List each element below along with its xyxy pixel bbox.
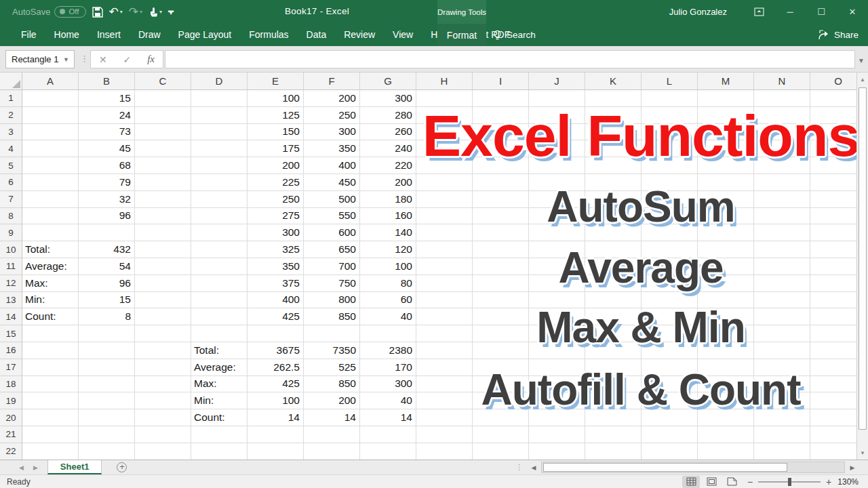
cell-J11[interactable] [529, 258, 585, 275]
cell-L3[interactable] [642, 124, 698, 141]
cell-H10[interactable] [416, 241, 473, 258]
cell-B12[interactable]: 96 [79, 275, 135, 292]
cell-J15[interactable] [529, 325, 585, 342]
row-header-8[interactable]: 8 [0, 208, 22, 225]
name-box-caret[interactable]: ▼ [63, 56, 74, 63]
redo-dropdown-caret[interactable]: ▾ [140, 9, 142, 15]
cell-B17[interactable] [79, 359, 135, 376]
cell-E7[interactable]: 250 [248, 191, 304, 208]
cell-F17[interactable]: 525 [304, 359, 360, 376]
column-header-B[interactable]: B [79, 73, 135, 90]
cell-F1[interactable]: 200 [304, 90, 360, 107]
cell-J1[interactable] [529, 90, 585, 107]
column-header-D[interactable]: D [191, 73, 248, 90]
cell-F7[interactable]: 500 [304, 191, 360, 208]
cell-F14[interactable]: 850 [304, 308, 360, 325]
cell-C5[interactable] [135, 157, 191, 174]
cell-E9[interactable]: 300 [248, 224, 304, 241]
scroll-up-arrow[interactable]: ▲ [857, 73, 868, 86]
column-header-E[interactable]: E [248, 73, 304, 90]
cell-K1[interactable] [585, 90, 642, 107]
zoom-slider-thumb[interactable] [788, 478, 791, 486]
cell-I13[interactable] [473, 292, 529, 309]
cell-N17[interactable] [754, 359, 810, 376]
autosave-toggle[interactable]: Off [54, 6, 85, 18]
name-box[interactable]: Rectangle 1 ▼ [5, 50, 75, 68]
enter-entry-button[interactable]: ✓ [123, 54, 132, 65]
cell-L6[interactable] [642, 174, 698, 191]
cell-D16[interactable]: Total: [191, 342, 248, 359]
tab-file[interactable]: File [12, 24, 45, 46]
undo-dropdown-caret[interactable]: ▾ [120, 9, 123, 15]
cell-H12[interactable] [416, 275, 473, 292]
row-header-1[interactable]: 1 [0, 90, 22, 107]
cell-L21[interactable] [642, 426, 698, 443]
cell-K16[interactable] [585, 342, 642, 359]
share-button[interactable]: Share [818, 24, 859, 46]
cell-E11[interactable]: 350 [248, 258, 304, 275]
cell-B5[interactable]: 68 [79, 157, 135, 174]
cell-D7[interactable] [191, 191, 248, 208]
cell-A14[interactable]: Count: [22, 308, 79, 325]
scrollbar-resize-handle[interactable]: ⋮ [515, 463, 523, 472]
cell-L13[interactable] [642, 292, 698, 309]
cell-J14[interactable] [529, 308, 585, 325]
cell-A18[interactable] [22, 376, 79, 393]
row-header-22[interactable]: 22 [0, 443, 22, 460]
cell-K14[interactable] [585, 308, 642, 325]
row-header-20[interactable]: 20 [0, 409, 22, 426]
sheet-tab-active[interactable]: Sheet1 [47, 460, 102, 474]
cell-K2[interactable] [585, 107, 642, 124]
cell-L12[interactable] [642, 275, 698, 292]
cell-I9[interactable] [473, 224, 529, 241]
touch-mode-caret[interactable]: ▾ [159, 9, 162, 15]
cell-L9[interactable] [642, 224, 698, 241]
tab-review[interactable]: Review [335, 24, 384, 46]
cell-L4[interactable] [642, 140, 698, 157]
cell-J10[interactable] [529, 241, 585, 258]
cell-N3[interactable] [754, 124, 810, 141]
cell-N8[interactable] [754, 208, 810, 225]
cell-L5[interactable] [642, 157, 698, 174]
column-header-I[interactable]: I [473, 73, 529, 90]
cell-D15[interactable] [191, 325, 248, 342]
cell-B3[interactable]: 73 [79, 124, 135, 141]
cell-G2[interactable]: 280 [360, 107, 416, 124]
hscroll-left-arrow[interactable]: ◀ [528, 462, 540, 473]
cell-I20[interactable] [473, 409, 529, 426]
cell-H19[interactable] [416, 392, 473, 409]
cell-J5[interactable] [529, 157, 585, 174]
cell-J9[interactable] [529, 224, 585, 241]
cell-J13[interactable] [529, 292, 585, 309]
cell-M2[interactable] [698, 107, 754, 124]
cell-J22[interactable] [529, 443, 585, 460]
cell-H15[interactable] [416, 325, 473, 342]
cell-I3[interactable] [473, 124, 529, 141]
cell-I10[interactable] [473, 241, 529, 258]
cell-N13[interactable] [754, 292, 810, 309]
row-header-3[interactable]: 3 [0, 124, 22, 141]
cell-G3[interactable]: 260 [360, 124, 416, 141]
cell-M9[interactable] [698, 224, 754, 241]
page-layout-view-button[interactable] [703, 476, 720, 488]
cell-C4[interactable] [135, 140, 191, 157]
cell-K15[interactable] [585, 325, 642, 342]
scroll-down-arrow[interactable]: ▼ [857, 446, 868, 460]
cell-D9[interactable] [191, 224, 248, 241]
cell-F10[interactable]: 650 [304, 241, 360, 258]
cell-J12[interactable] [529, 275, 585, 292]
cell-G10[interactable]: 120 [360, 241, 416, 258]
cell-A16[interactable] [22, 342, 79, 359]
cell-I8[interactable] [473, 208, 529, 225]
cell-F22[interactable] [304, 443, 360, 460]
cell-I15[interactable] [473, 325, 529, 342]
cell-D5[interactable] [191, 157, 248, 174]
row-header-9[interactable]: 9 [0, 224, 22, 241]
tab-page-layout[interactable]: Page Layout [170, 24, 241, 46]
cell-I22[interactable] [473, 443, 529, 460]
row-header-14[interactable]: 14 [0, 308, 22, 325]
cell-F5[interactable]: 400 [304, 157, 360, 174]
cell-K17[interactable] [585, 359, 642, 376]
cell-I17[interactable] [473, 359, 529, 376]
zoom-in-button[interactable]: + [822, 476, 835, 487]
